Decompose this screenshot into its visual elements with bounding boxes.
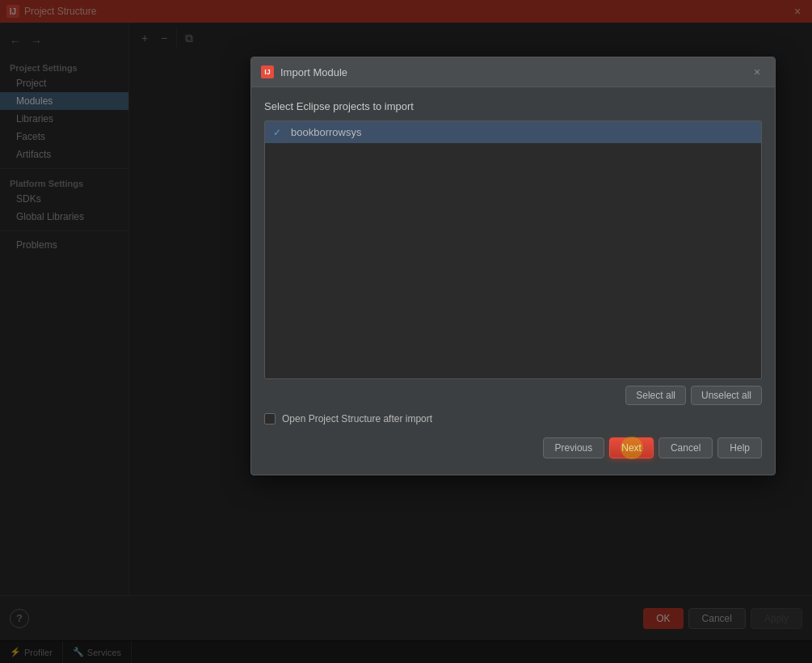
open-project-structure-label: Open Project Structure after import bbox=[282, 413, 432, 424]
dialog-cancel-button[interactable]: Cancel bbox=[658, 437, 713, 458]
open-project-structure-row: Open Project Structure after import bbox=[264, 413, 762, 424]
list-action-row: Select all Unselect all bbox=[264, 386, 762, 405]
open-project-structure-checkbox[interactable] bbox=[264, 413, 276, 424]
project-name: bookborrowsys bbox=[291, 126, 361, 138]
dialog-title: Import Module bbox=[280, 66, 347, 78]
dialog-action-buttons: Previous Next Cancel Help bbox=[264, 434, 762, 462]
dialog-body: Select Eclipse projects to import ✓ book… bbox=[251, 87, 775, 475]
dialog-help-button[interactable]: Help bbox=[717, 437, 762, 458]
next-button[interactable]: Next bbox=[609, 437, 654, 458]
dialog-close-button[interactable]: × bbox=[749, 64, 765, 80]
import-module-dialog: IJ Import Module × Select Eclipse projec… bbox=[250, 57, 776, 475]
project-checkmark: ✓ bbox=[273, 127, 284, 138]
dialog-title-left: IJ Import Module bbox=[261, 65, 347, 78]
dialog-app-icon: IJ bbox=[261, 65, 274, 78]
project-list-item[interactable]: ✓ bookborrowsys bbox=[265, 121, 761, 143]
unselect-all-button[interactable]: Unselect all bbox=[691, 386, 762, 405]
previous-button[interactable]: Previous bbox=[543, 437, 605, 458]
select-all-button[interactable]: Select all bbox=[625, 386, 686, 405]
dialog-title-bar: IJ Import Module × bbox=[251, 57, 775, 87]
dialog-subtitle: Select Eclipse projects to import bbox=[264, 100, 762, 112]
project-list[interactable]: ✓ bookborrowsys bbox=[264, 120, 762, 379]
